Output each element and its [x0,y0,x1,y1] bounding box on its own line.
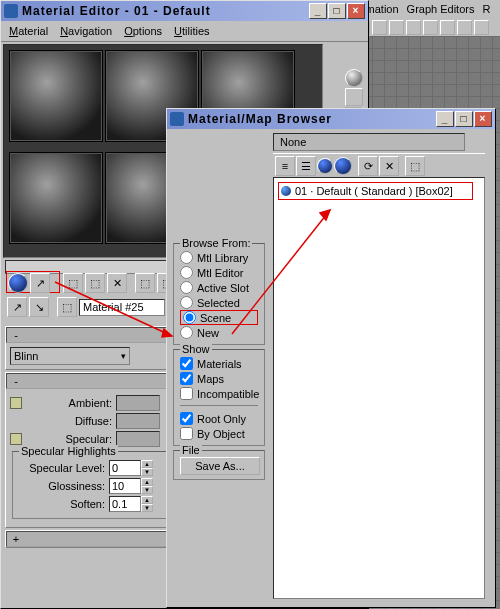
close-button[interactable]: × [474,111,492,127]
save-as-button[interactable]: Save As... [180,457,260,475]
toolbar-icon[interactable] [372,20,387,35]
expand-icon: + [11,533,21,545]
material-slot[interactable] [9,50,103,142]
group-legend: File [180,444,202,456]
close-button[interactable]: × [347,3,365,19]
radio-selected[interactable]: Selected [180,295,258,310]
delete-icon[interactable]: ✕ [379,156,399,176]
minimize-button[interactable]: _ [309,3,327,19]
check-maps[interactable]: Maps [180,371,258,386]
radio-scene[interactable]: Scene [180,310,258,325]
toolbar-button[interactable]: ⬚ [85,273,105,293]
view-large-icon[interactable] [334,157,352,175]
view-list2-icon[interactable]: ☰ [296,156,316,176]
menu-navigation[interactable]: Navigation [54,23,118,39]
view-list-icon[interactable]: ≡ [275,156,295,176]
ambient-swatch[interactable] [116,395,160,411]
titlebar: Material Editor - 01 - Default _ □ × [1,1,368,21]
material-name-input[interactable] [79,299,165,316]
main-menubar: nimation Graph Editors R [353,0,500,18]
menu-item[interactable]: Graph Editors [407,3,475,15]
soften-spinner[interactable]: 0.1▲▼ [109,496,153,512]
radio-mtl-editor[interactable]: Mtl Editor [180,265,258,280]
ambient-label: Ambient: [26,397,112,409]
main-toolbar [353,18,500,36]
menu-options[interactable]: Options [118,23,168,39]
lock-icon[interactable] [10,433,22,445]
backlight-icon[interactable] [345,88,363,106]
group-legend: Specular Highlights [19,445,118,457]
lock-icon[interactable] [10,397,22,409]
radio-new[interactable]: New [180,325,258,340]
material-browser-window: Material/Map Browser _ □ × None ≡ ☰ ⟳ ✕ … [166,108,496,608]
list-item-default[interactable]: 01 · Default ( Standard ) [Box02] [278,182,473,200]
go-parent-button[interactable]: ↘ [29,297,49,317]
toolbar-icon[interactable] [389,20,404,35]
titlebar: Material/Map Browser _ □ × [167,109,495,129]
list-item-label: 01 · Default ( Standard ) [Box02] [295,185,453,197]
selection-display: None [273,133,465,151]
material-list[interactable]: 01 · Default ( Standard ) [Box02] [273,177,485,599]
update-icon[interactable]: ⟳ [358,156,378,176]
menu-material[interactable]: Material [3,23,54,39]
shader-select[interactable]: Blinn [10,347,130,365]
clear-icon[interactable]: ⬚ [405,156,425,176]
collapse-icon: - [11,329,21,341]
group-legend: Browse From: [180,237,252,249]
spec-level-spinner[interactable]: 0▲▼ [109,460,153,476]
diffuse-swatch[interactable] [116,413,160,429]
app-icon [170,112,184,126]
view-small-icon[interactable] [317,158,333,174]
pick-button[interactable]: ↗ [7,297,27,317]
spec-level-label: Specular Level: [19,462,105,474]
check-root-only[interactable]: Root Only [180,411,258,426]
window-title: Material/Map Browser [188,112,435,126]
assign-button[interactable]: ⬚ [63,273,83,293]
menu-utilities[interactable]: Utilities [168,23,215,39]
delete-button[interactable]: ✕ [107,273,127,293]
specular-swatch[interactable] [116,431,160,447]
collapse-icon: - [11,375,21,387]
toolbar-icon[interactable] [474,20,489,35]
material-ball-icon [281,186,291,196]
glossiness-spinner[interactable]: 10▲▼ [109,478,153,494]
sample-type-icon[interactable] [345,69,363,87]
maximize-button[interactable]: □ [328,3,346,19]
group-legend: Show [180,343,212,355]
diffuse-label: Diffuse: [26,415,112,427]
check-incompatible[interactable]: Incompatible [180,386,258,401]
menubar: Material Navigation Options Utilities [1,21,368,42]
get-material-button[interactable] [8,273,28,293]
glossiness-label: Glossiness: [19,480,105,492]
radio-active-slot[interactable]: Active Slot [180,280,258,295]
minimize-button[interactable]: _ [436,111,454,127]
highlight-get-material: ↗ [6,271,60,293]
put-to-scene-button[interactable]: ↗ [30,273,50,293]
toolbar-icon[interactable] [457,20,472,35]
specular-label: Specular: [26,433,112,445]
app-icon [4,4,18,18]
material-slot[interactable] [9,152,103,244]
toolbar-icon[interactable] [423,20,438,35]
soften-label: Soften: [19,498,105,510]
toolbar-icon[interactable] [440,20,455,35]
maximize-button[interactable]: □ [455,111,473,127]
check-by-object[interactable]: By Object [180,426,258,441]
toolbar-button[interactable]: ⬚ [135,273,155,293]
window-title: Material Editor - 01 - Default [22,4,308,18]
check-materials[interactable]: Materials [180,356,258,371]
menu-item[interactable]: R [482,3,490,15]
toolbar-icon[interactable] [406,20,421,35]
radio-mtl-library[interactable]: Mtl Library [180,250,258,265]
sibling-button[interactable]: ⬚ [57,297,77,317]
